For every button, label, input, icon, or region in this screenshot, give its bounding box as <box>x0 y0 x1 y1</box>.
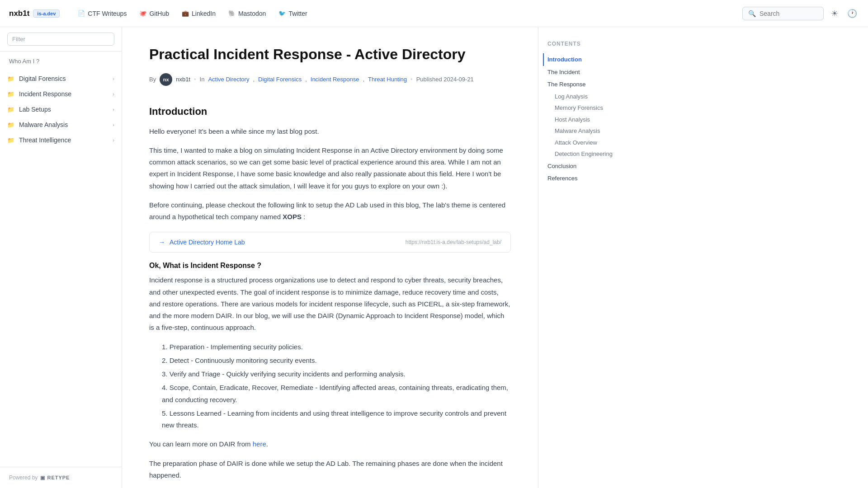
main-content: Practical Incident Response - Active Dir… <box>122 27 538 488</box>
link-arrow-icon: → <box>159 239 165 246</box>
tag-threat-hunting[interactable]: Threat Hunting <box>368 76 407 83</box>
nav-link-ctf-writeups[interactable]: 📄CTF Writeups <box>78 10 127 17</box>
sidebar-item-label: Incident Response <box>19 90 71 98</box>
link-card-ad-lab[interactable]: → Active Directory Home Lab https://nxb1… <box>149 232 511 253</box>
folder-icon: 📁 <box>7 122 14 128</box>
author-name: nxb1t <box>176 76 190 83</box>
history-button[interactable]: 🕐 <box>845 7 859 20</box>
brand[interactable]: nxb1t is-a.dev <box>9 9 60 18</box>
toc-items: IntroductionThe IncidentThe ResponseLog … <box>547 53 628 185</box>
linkedin-label: LinkedIn <box>192 10 216 17</box>
sidebar-footer: Powered by ▣ RETYPE <box>0 467 122 488</box>
sidebar-item-threat-intelligence[interactable]: 📁 Threat Intelligence › <box>0 132 122 148</box>
brand-name: nxb1t <box>9 9 29 18</box>
sidebar-item-digital-forensics[interactable]: 📁 Digital Forensics › <box>0 71 122 86</box>
nav-link-mastodon[interactable]: 🐘Mastodon <box>228 10 266 17</box>
toc-item-conclusion[interactable]: Conclusion <box>547 160 628 173</box>
nav-links: 📄CTF Writeups🐙GitHub💼LinkedIn🐘Mastodon🐦T… <box>78 10 742 17</box>
chevron-right-icon: › <box>113 91 114 97</box>
list-item: Verify and Triage - Quickly verifying se… <box>149 368 511 380</box>
ctf-writeups-label: CTF Writeups <box>88 10 127 17</box>
link-card-label: Active Directory Home Lab <box>170 239 245 246</box>
tag-incident-response[interactable]: Incident Response <box>311 76 359 83</box>
folder-icon: 📁 <box>7 91 14 98</box>
link-card-left: → Active Directory Home Lab <box>159 239 245 246</box>
ctf-writeups-icon: 📄 <box>78 10 85 17</box>
learn-more-suffix: . <box>266 440 268 448</box>
theme-toggle-button[interactable]: ☀ <box>829 7 840 20</box>
toc-item-host-analysis[interactable]: Host Analysis <box>547 114 628 126</box>
toc-item-the-incident[interactable]: The Incident <box>547 66 628 79</box>
what-is-ir-para: Incident response is a structured proces… <box>149 274 511 333</box>
nav-link-linkedin[interactable]: 💼LinkedIn <box>182 10 216 17</box>
intro-para3-end: : <box>302 213 305 221</box>
search-box[interactable]: 🔍 <box>742 7 824 20</box>
toc-item-malware-analysis[interactable]: Malware Analysis <box>547 125 628 137</box>
powered-by-label: Powered by <box>9 474 38 481</box>
tag-digital-forensics[interactable]: Digital Forensics <box>258 76 302 83</box>
topnav-right: 🔍 ☀ 🕐 <box>742 7 859 20</box>
what-is-ir-heading: Ok, What is Incident Response ? <box>149 262 511 270</box>
list-item: Detect - Continuously monitoring securit… <box>149 355 511 366</box>
folder-icon: 📁 <box>7 75 14 82</box>
chevron-right-icon: › <box>113 137 114 143</box>
search-input[interactable] <box>760 10 818 17</box>
sidebar-filter[interactable] <box>0 27 122 52</box>
table-of-contents: Contents IntroductionThe IncidentThe Res… <box>538 27 637 488</box>
sidebar-item-lab-setups[interactable]: 📁 Lab Setups › <box>0 102 122 117</box>
retype-logo: ▣ RETYPE <box>40 475 70 481</box>
toc-item-references[interactable]: References <box>547 172 628 185</box>
intro-para3: Before continuing, please checkout the f… <box>149 199 511 223</box>
chevron-right-icon: › <box>113 107 114 112</box>
sidebar-items: 📁 Digital Forensics › 📁 Incident Respons… <box>0 71 122 148</box>
tag-active-directory[interactable]: Active Directory <box>208 76 249 83</box>
sidebar-item-label: Lab Setups <box>19 106 51 113</box>
github-label: GitHub <box>149 10 169 17</box>
meta-in: In <box>200 76 205 83</box>
published-label: Published 2024-09-21 <box>416 76 474 83</box>
twitter-label: Twitter <box>288 10 307 17</box>
author-avatar: nx <box>160 73 172 86</box>
folder-icon: 📁 <box>7 137 14 144</box>
sidebar-item-incident-response[interactable]: 📁 Incident Response › <box>0 86 122 102</box>
toc-item-memory-forensics[interactable]: Memory Forensics <box>547 102 628 114</box>
github-icon: 🐙 <box>139 10 146 17</box>
meta-by: By <box>149 76 156 83</box>
article-title: Practical Incident Response - Active Dir… <box>149 45 511 64</box>
here-link[interactable]: here <box>253 440 266 448</box>
company-name: XOPS <box>283 213 302 221</box>
sidebar-item-label: Threat Intelligence <box>19 136 71 144</box>
sidebar-item-left: 📁 Malware Analysis <box>7 121 68 128</box>
toc-item-detection-engineering[interactable]: Detection Engineering <box>547 148 628 160</box>
intro-para1: Hello everyone! It's been a while since … <box>149 126 511 137</box>
twitter-icon: 🐦 <box>278 10 286 17</box>
nav-link-github[interactable]: 🐙GitHub <box>139 10 169 17</box>
toc-item-the-response[interactable]: The Response <box>547 78 628 91</box>
mastodon-label: Mastodon <box>238 10 266 17</box>
sidebar-item-malware-analysis[interactable]: 📁 Malware Analysis › <box>0 117 122 132</box>
main-layout: Who Am I ? 📁 Digital Forensics › 📁 Incid… <box>0 27 868 488</box>
learn-more-para: You can learn more on DAIR from here. <box>149 438 511 450</box>
list-item: Lessons Learned - Learning from incident… <box>149 408 511 432</box>
toc-item-attack-overview[interactable]: Attack Overview <box>547 137 628 149</box>
final-para: The preparation phase of DAIR is done wh… <box>149 458 511 482</box>
toc-title: Contents <box>547 41 628 47</box>
folder-icon: 📁 <box>7 106 14 113</box>
sidebar-item-left: 📁 Lab Setups <box>7 106 51 113</box>
sidebar-item-left: 📁 Incident Response <box>7 90 71 98</box>
top-navigation: nxb1t is-a.dev 📄CTF Writeups🐙GitHub💼Link… <box>0 0 868 27</box>
intro-para2: This time, I wanted to make a blog on si… <box>149 145 511 192</box>
learn-more-prefix: You can learn more on DAIR from <box>149 440 253 448</box>
chevron-right-icon: › <box>113 76 114 81</box>
search-icon: 🔍 <box>748 10 756 17</box>
sidebar-who-am-i[interactable]: Who Am I ? <box>0 52 122 71</box>
link-card-url: https://nxb1t.is-a.dev/lab-setups/ad_lab… <box>406 239 501 245</box>
dair-steps-list: Preparation - Implementing security poli… <box>149 341 511 432</box>
toc-item-introduction[interactable]: Introduction <box>543 53 628 66</box>
filter-input[interactable] <box>7 33 114 46</box>
introduction-heading: Introduction <box>149 102 511 117</box>
toc-item-log-analysis[interactable]: Log Analysis <box>547 91 628 103</box>
nav-link-twitter[interactable]: 🐦Twitter <box>278 10 307 17</box>
article-meta: By nx nxb1t • In Active Directory, Digit… <box>149 73 511 86</box>
sidebar-item-left: 📁 Digital Forensics <box>7 75 66 82</box>
